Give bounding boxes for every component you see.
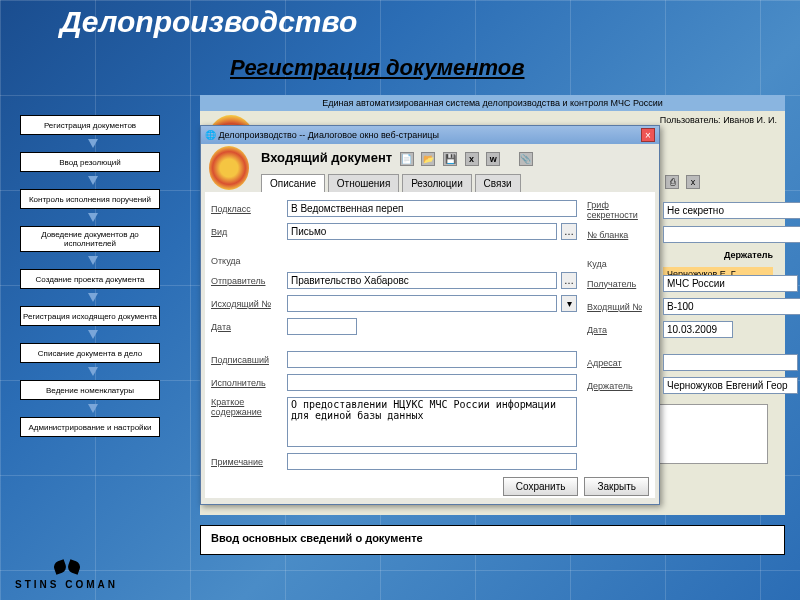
- subclass-label: Подкласс: [211, 204, 283, 214]
- addressee-input[interactable]: [663, 354, 798, 371]
- sidebar-step-deliver[interactable]: Доведение документов до исполнителей: [20, 226, 160, 252]
- arrow-down-icon: [88, 367, 98, 376]
- blank-input[interactable]: [663, 226, 800, 243]
- date-input[interactable]: [287, 318, 357, 335]
- blank-label: № бланка: [587, 230, 659, 240]
- sidebar-step-draft[interactable]: Создание проекта документа: [20, 269, 160, 289]
- sidebar-step-control[interactable]: Контроль исполнения поручений: [20, 189, 160, 209]
- summary-input[interactable]: [287, 397, 577, 447]
- signer-input[interactable]: [287, 351, 577, 368]
- calendar-icon[interactable]: ▾: [561, 295, 577, 312]
- arrow-down-icon: [88, 139, 98, 148]
- left-column: Подкласс Вид … Откуда Отправитель … Исхо…: [211, 200, 577, 490]
- sidebar-step-admin[interactable]: Администрирование и настройки: [20, 417, 160, 437]
- sender-input[interactable]: [287, 272, 557, 289]
- excel-icon[interactable]: x: [465, 152, 479, 166]
- save-button[interactable]: Сохранить: [503, 477, 579, 496]
- sidebar-step-nomenclature[interactable]: Ведение номенклатуры: [20, 380, 160, 400]
- user-info: Пользователь: Иванов И. И.: [660, 115, 777, 125]
- tab-resolutions[interactable]: Резолюции: [402, 174, 472, 192]
- arrow-down-icon: [88, 256, 98, 265]
- sidebar-step-writeoff[interactable]: Списание документа в дело: [20, 343, 160, 363]
- workflow-sidebar: Регистрация документов Ввод резолюций Ко…: [20, 115, 165, 441]
- tab-links[interactable]: Связи: [475, 174, 521, 192]
- date-label: Дата: [211, 322, 283, 332]
- outnum-label: Исходящий №: [211, 299, 283, 309]
- date2-input[interactable]: [663, 321, 733, 338]
- crest-icon: [209, 146, 249, 190]
- type-input[interactable]: [287, 223, 557, 240]
- vendor-name: STINS COMAN: [15, 579, 118, 590]
- recipient-label: Получатель: [587, 279, 659, 289]
- dialog-titlebar: 🌐 Делопроизводство -- Диалоговое окно ве…: [201, 126, 659, 144]
- caption-bar: Ввод основных сведений о документе: [200, 525, 785, 555]
- page-subtitle: Регистрация документов: [230, 55, 524, 81]
- addressee-label: Адресат: [587, 358, 659, 368]
- dialog-header: Входящий документ 📄 📂 💾 x w 📎: [201, 144, 659, 174]
- close-icon[interactable]: ×: [641, 128, 655, 142]
- note-label: Примечание: [211, 457, 283, 467]
- secrecy-input[interactable]: [663, 202, 800, 219]
- incoming-document-dialog: 🌐 Делопроизводство -- Диалоговое окно ве…: [200, 125, 660, 505]
- date2-label: Дата: [587, 325, 659, 335]
- save-icon[interactable]: 💾: [443, 152, 457, 166]
- recipient-input[interactable]: [663, 275, 798, 292]
- dialog-title-text: 🌐 Делопроизводство -- Диалоговое окно ве…: [205, 130, 439, 140]
- summary-label: Краткое содержание: [211, 397, 283, 417]
- type-label: Вид: [211, 227, 283, 237]
- arrow-down-icon: [88, 330, 98, 339]
- secrecy-label: Гриф секретности: [587, 200, 659, 220]
- executor-label: Исполнитель: [211, 378, 283, 388]
- subclass-input[interactable]: [287, 200, 577, 217]
- note-input[interactable]: [287, 453, 577, 470]
- holder-input[interactable]: [663, 377, 798, 394]
- innum-input[interactable]: [663, 298, 800, 315]
- arrow-down-icon: [88, 293, 98, 302]
- open-icon[interactable]: 📂: [421, 152, 435, 166]
- from-label: Откуда: [211, 256, 283, 266]
- signer-label: Подписавший: [211, 355, 283, 365]
- tab-description[interactable]: Описание: [261, 174, 325, 192]
- sidebar-step-register[interactable]: Регистрация документов: [20, 115, 160, 135]
- vendor-logo: STINS COMAN: [15, 557, 118, 590]
- sidebar-step-resolution[interactable]: Ввод резолюций: [20, 152, 160, 172]
- tab-relations[interactable]: Отношения: [328, 174, 400, 192]
- to-label: Куда: [587, 259, 659, 269]
- arrow-down-icon: [88, 404, 98, 413]
- dialog-heading: Входящий документ: [261, 150, 392, 165]
- arrow-down-icon: [88, 213, 98, 222]
- right-column: Гриф секретности № бланка Куда Получател…: [587, 200, 800, 490]
- holder-label: Держатель: [587, 381, 659, 391]
- attach-icon[interactable]: 📎: [519, 152, 533, 166]
- sidebar-step-outgoing[interactable]: Регистрация исходящего документа: [20, 306, 160, 326]
- sender-label: Отправитель: [211, 276, 283, 286]
- outnum-input[interactable]: [287, 295, 557, 312]
- close-button[interactable]: Закрыть: [584, 477, 649, 496]
- dialog-body: Подкласс Вид … Откуда Отправитель … Исхо…: [205, 192, 655, 498]
- logo-icon: [52, 557, 82, 577]
- word-icon[interactable]: w: [486, 152, 500, 166]
- dialog-tabs: Описание Отношения Резолюции Связи: [201, 174, 659, 192]
- new-icon[interactable]: 📄: [400, 152, 414, 166]
- excel-icon[interactable]: x: [686, 175, 700, 189]
- lookup-icon[interactable]: …: [561, 223, 577, 240]
- app-header: Единая автоматизированная система делопр…: [200, 95, 785, 111]
- page-title: Делопроизводство: [60, 5, 357, 39]
- dialog-footer: Сохранить Закрыть: [503, 477, 649, 496]
- lookup-icon[interactable]: …: [561, 272, 577, 289]
- print-icon[interactable]: ⎙: [665, 175, 679, 189]
- ie-icon: 🌐: [205, 130, 216, 140]
- arrow-down-icon: [88, 176, 98, 185]
- executor-input[interactable]: [287, 374, 577, 391]
- innum-label: Входящий №: [587, 302, 659, 312]
